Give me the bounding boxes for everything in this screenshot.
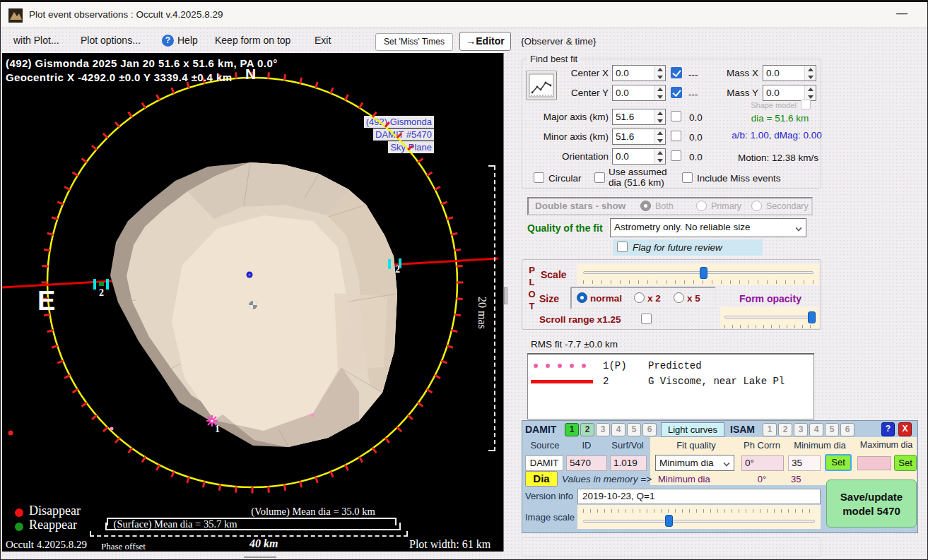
scroll-range-checkbox[interactable] <box>641 314 652 324</box>
damit-id-value[interactable]: 5470 <box>566 455 607 471</box>
mas-scale-line <box>494 166 495 451</box>
size-label: Size <box>539 293 559 304</box>
size-x5-label: x 5 <box>687 293 700 304</box>
isam-model-3-button[interactable]: 3 <box>794 423 808 436</box>
north-marker: N <box>245 66 256 83</box>
size-x2-radio[interactable] <box>634 292 645 303</box>
orientation-input[interactable]: 0.0 <box>612 148 666 165</box>
dia-button[interactable]: Dia <box>525 471 558 487</box>
ph-corrn-value[interactable]: 0° <box>741 455 784 471</box>
scale-bar-label: 40 km <box>249 537 278 550</box>
center-y-spinner[interactable] <box>654 85 665 100</box>
major-axis-checkbox[interactable] <box>671 111 681 121</box>
stray-red-dot <box>8 431 13 436</box>
minor-axis-input[interactable]: 51.6 <box>612 129 666 145</box>
double-stars-both-radio[interactable] <box>640 201 651 211</box>
fit-quality-dropdown[interactable]: Minimum dia <box>655 455 734 471</box>
minor-axis-spinner[interactable] <box>654 129 665 144</box>
damit-model-5-button[interactable]: 5 <box>627 423 641 436</box>
window-title: Plot event observations : Occult v.4.202… <box>29 9 223 20</box>
major-axis-input[interactable]: 51.6 <box>612 109 666 125</box>
quality-dropdown[interactable]: Astrometry only. No reliable size <box>610 218 806 237</box>
minor-axis-label: Minor axis (km) <box>524 131 609 142</box>
damit-ph-corrn-header: Ph Corrn <box>739 440 785 451</box>
size-normal-radio[interactable] <box>577 292 587 303</box>
scroll-range-label: Scroll range x1.25 <box>539 314 621 325</box>
double-stars-primary-radio[interactable] <box>696 201 707 211</box>
isam-model-6-button[interactable]: 6 <box>840 423 854 436</box>
major-axis-spinner[interactable] <box>654 109 665 124</box>
double-stars-primary-label: Primary <box>711 201 741 211</box>
damit-close-button[interactable]: X <box>898 422 912 436</box>
isam-model-1-button[interactable]: 1 <box>763 423 777 436</box>
max-dia-value[interactable] <box>857 456 891 470</box>
image-scale-slider[interactable] <box>577 505 821 529</box>
center-x-flag: --- <box>688 69 698 80</box>
scale-slider-thumb[interactable] <box>700 267 707 279</box>
flag-review-checkbox[interactable] <box>617 242 628 252</box>
include-miss-label: Include Miss events <box>697 173 781 184</box>
form-opacity-slider-thumb[interactable] <box>808 311 816 323</box>
mass-x-input[interactable]: 0.0 <box>763 65 816 81</box>
ab-dmag-readout: a/b: 1.00, dMag: 0.00 <box>727 130 826 141</box>
motion-readout: Motion: 12.38 km/s <box>732 153 824 163</box>
circular-checkbox[interactable] <box>534 172 544 183</box>
menu-plot-options[interactable]: Plot options... <box>81 35 141 46</box>
observed-line-icon <box>531 380 593 383</box>
use-assumed-checkbox[interactable] <box>594 172 605 183</box>
isam-model-2-button[interactable]: 2 <box>778 423 792 436</box>
major-axis-label: Major axis (km) <box>524 112 609 122</box>
minor-axis-checkbox[interactable] <box>671 131 681 141</box>
center-x-checkbox[interactable] <box>671 67 682 78</box>
double-stars-both-label: Both <box>655 201 674 211</box>
rms-row2-name: G Viscome, near Lake Pl <box>648 376 785 387</box>
damit-model-4-button[interactable]: 4 <box>611 423 625 436</box>
image-scale-slider-thumb[interactable] <box>665 515 673 527</box>
damit-model-1-button[interactable]: 1 <box>565 423 579 436</box>
menu-help[interactable]: Help <box>177 35 198 46</box>
minimize-button[interactable]: — <box>888 5 915 23</box>
menu-keep-on-top[interactable]: Keep form on top <box>215 35 290 46</box>
min-dia-set-button[interactable]: Set <box>825 454 852 471</box>
include-miss-checkbox[interactable] <box>682 172 693 183</box>
damit-help-button[interactable]: ? <box>881 422 895 436</box>
center-y-checkbox[interactable] <box>671 87 682 98</box>
form-opacity-slider[interactable] <box>720 307 819 328</box>
orientation-spinner[interactable] <box>654 149 665 164</box>
max-dia-set-button[interactable]: Set <box>894 455 917 471</box>
orientation-checkbox[interactable] <box>671 150 681 161</box>
version-info-input[interactable]: 2019-10-23, Q=1 <box>577 489 821 504</box>
scale-slider[interactable] <box>577 264 819 285</box>
isam-model-4-button[interactable]: 4 <box>809 423 823 436</box>
app-icon <box>8 8 23 23</box>
mass-y-spinner[interactable] <box>804 85 816 100</box>
double-stars-secondary-radio[interactable] <box>751 201 762 211</box>
damit-model-3-button[interactable]: 3 <box>596 423 610 436</box>
mass-x-spinner[interactable] <box>804 66 816 81</box>
memory-min-dia: 35 <box>791 474 801 484</box>
menu-exit[interactable]: Exit <box>315 35 331 46</box>
center-y-input[interactable]: 0.0 <box>612 85 666 101</box>
splitter-handle[interactable] <box>504 287 507 304</box>
light-curves-button[interactable]: Light curves <box>661 422 724 437</box>
mass-y-input[interactable]: 0.0 <box>763 85 816 101</box>
editor-button[interactable]: →Editor <box>459 32 511 51</box>
minor-pink-dot-1 <box>311 414 315 417</box>
bottom-resize-grip[interactable] <box>244 556 276 560</box>
sky-plane-plot[interactable]: (492) Gismonda DAMIT #5470 Sky Plane <box>2 53 504 552</box>
center-x-spinner[interactable] <box>654 66 665 81</box>
damit-model-2-button[interactable]: 2 <box>580 423 594 436</box>
isam-title: ISAM <box>730 424 755 435</box>
min-dia-value[interactable]: 35 <box>788 455 821 471</box>
center-x-label: Center X <box>524 68 609 78</box>
damit-model-6-button[interactable]: 6 <box>642 423 657 436</box>
surface-bracket-line <box>105 529 401 530</box>
damit-id-header: ID <box>570 440 603 451</box>
save-update-button[interactable]: Save/update model 5470 <box>826 479 917 528</box>
isam-model-5-button[interactable]: 5 <box>825 423 839 436</box>
menu-with-plot[interactable]: with Plot... <box>13 35 59 46</box>
size-x5-radio[interactable] <box>674 292 684 303</box>
center-x-input[interactable]: 0.0 <box>612 65 666 81</box>
shape-model-checkbox[interactable] <box>801 100 811 109</box>
set-miss-times-button[interactable]: Set 'Miss' Times <box>375 33 453 51</box>
